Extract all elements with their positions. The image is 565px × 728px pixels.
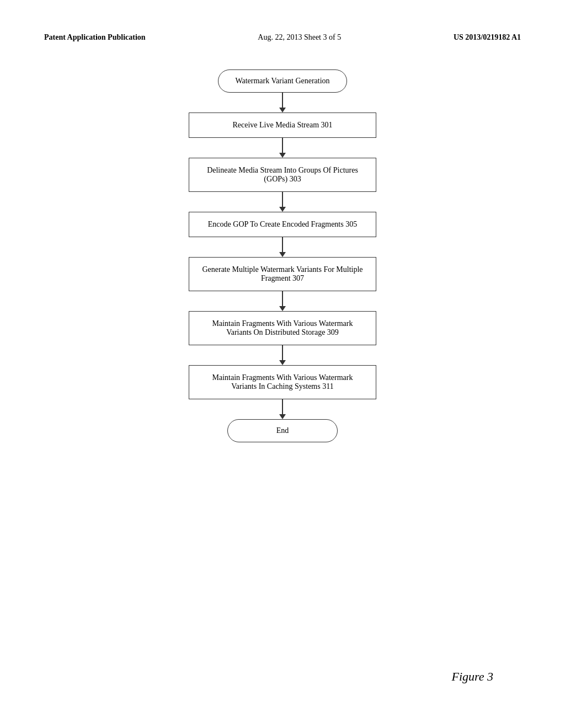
arrow-3-line xyxy=(282,192,283,207)
node-step305-text: Encode GOP To Create Encoded Fragments 3… xyxy=(208,220,357,228)
node-step311: Maintain Fragments With Various Watermar… xyxy=(189,365,376,399)
node-step305: Encode GOP To Create Encoded Fragments 3… xyxy=(189,212,376,237)
arrow-5-line xyxy=(282,291,283,306)
node-step301: Receive Live Media Stream 301 xyxy=(189,113,376,138)
node-step309-text: Maintain Fragments With Various Watermar… xyxy=(212,319,353,336)
arrow-5-head xyxy=(279,306,286,311)
node-step303: Delineate Media Stream Into Groups Of Pi… xyxy=(189,158,376,192)
arrow-5 xyxy=(279,291,286,311)
node-step309: Maintain Fragments With Various Watermar… xyxy=(189,311,376,345)
node-step307-text: Generate Multiple Watermark Variants For… xyxy=(202,265,363,282)
date-sheet-label: Aug. 22, 2013 Sheet 3 of 5 xyxy=(258,33,341,41)
arrow-7-line xyxy=(282,399,283,414)
arrow-4 xyxy=(279,237,286,257)
diagram-container: Watermark Variant Generation Receive Liv… xyxy=(44,69,521,442)
node-step303-text: Delineate Media Stream Into Groups Of Pi… xyxy=(207,166,358,183)
page-header: Patent Application Publication Aug. 22, … xyxy=(44,33,521,42)
header-center: Aug. 22, 2013 Sheet 3 of 5 xyxy=(258,33,341,42)
page: Patent Application Publication Aug. 22, … xyxy=(0,0,565,728)
node-step311-text: Maintain Fragments With Various Watermar… xyxy=(212,373,353,390)
arrow-1 xyxy=(279,93,286,113)
arrow-1-head xyxy=(279,108,286,113)
arrow-4-head xyxy=(279,252,286,257)
flowchart: Watermark Variant Generation Receive Liv… xyxy=(189,69,376,442)
arrow-4-line xyxy=(282,237,283,252)
figure-label-text: Figure 3 xyxy=(451,670,493,683)
patent-number-label: US 2013/0219182 A1 xyxy=(454,33,521,41)
arrow-6-head xyxy=(279,360,286,365)
arrow-7-head xyxy=(279,414,286,419)
publication-label: Patent Application Publication xyxy=(44,33,146,41)
arrow-6-line xyxy=(282,345,283,360)
header-left: Patent Application Publication xyxy=(44,33,146,42)
node-start-text: Watermark Variant Generation xyxy=(235,77,329,85)
node-end: End xyxy=(227,419,338,442)
node-step307: Generate Multiple Watermark Variants For… xyxy=(189,257,376,291)
arrow-3-head xyxy=(279,207,286,212)
node-step301-text: Receive Live Media Stream 301 xyxy=(232,121,332,129)
arrow-2-head xyxy=(279,153,286,158)
node-start: Watermark Variant Generation xyxy=(218,69,347,93)
arrow-2-line xyxy=(282,138,283,153)
arrow-2 xyxy=(279,138,286,158)
arrow-1-line xyxy=(282,93,283,108)
arrow-7 xyxy=(279,399,286,419)
header-right: US 2013/0219182 A1 xyxy=(454,33,521,42)
arrow-3 xyxy=(279,192,286,212)
node-end-text: End xyxy=(276,426,289,435)
arrow-6 xyxy=(279,345,286,365)
figure-label: Figure 3 xyxy=(451,670,493,684)
